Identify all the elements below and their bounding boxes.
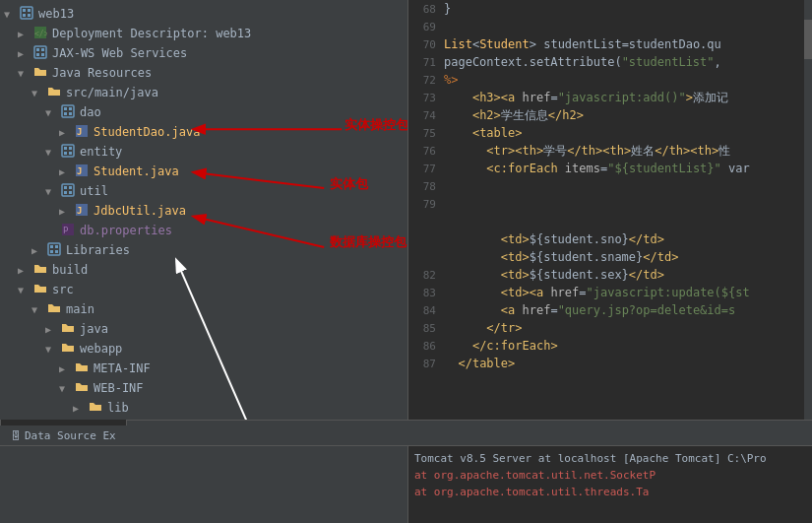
tab-label-datasource: Data Source Ex bbox=[25, 429, 116, 442]
svg-rect-3 bbox=[23, 14, 26, 17]
code-line-14: <td>${student.sname}</td> bbox=[408, 248, 812, 266]
tree-item-icon-module bbox=[59, 183, 77, 200]
tree-item-deployment[interactable]: ▶</>Deployment Descriptor: web13 bbox=[0, 24, 407, 43]
vertical-scrollbar[interactable] bbox=[804, 0, 812, 420]
tree-item-build[interactable]: ▶build bbox=[0, 260, 407, 280]
line-number: 68 bbox=[412, 3, 444, 16]
line-number: 76 bbox=[412, 145, 444, 158]
svg-rect-0 bbox=[21, 7, 32, 19]
tree-item-entity[interactable]: ▼entity bbox=[0, 142, 407, 162]
code-line-83: 83 <td><a href="javascript:update(${st bbox=[408, 284, 812, 301]
tree-item-label: dao bbox=[80, 105, 101, 119]
tree-arrow: ▶ bbox=[31, 245, 45, 256]
tree-item-webapp[interactable]: ▼webapp bbox=[0, 339, 407, 359]
tree-item-main[interactable]: ▼main bbox=[0, 299, 407, 319]
bottom-left-empty bbox=[0, 446, 408, 523]
line-content: <h3><a href="javascript:add()">添加记 bbox=[444, 90, 728, 106]
tree-item-lib[interactable]: ▶lib bbox=[0, 398, 407, 418]
tree-item-icon-module bbox=[59, 144, 77, 161]
tree-item-src[interactable]: ▼src bbox=[0, 280, 407, 299]
tree-arrow: ▶ bbox=[59, 166, 73, 177]
line-number: 70 bbox=[412, 38, 444, 51]
code-lines: 68}6970List<Student> studentList=student… bbox=[408, 0, 812, 372]
svg-rect-38 bbox=[50, 250, 53, 253]
tree-arrow: ▶ bbox=[18, 29, 31, 39]
code-line-86: 86 </c:forEach> bbox=[408, 337, 812, 355]
tree-item-java2[interactable]: ▶java bbox=[0, 319, 407, 339]
line-number: 85 bbox=[412, 322, 444, 335]
tree-item-metainf[interactable]: ▶META-INF bbox=[0, 359, 407, 378]
svg-rect-8 bbox=[36, 48, 39, 51]
line-content: } bbox=[444, 2, 451, 16]
tree-item-jaxws[interactable]: ▶JAX-WS Web Services bbox=[0, 43, 407, 63]
tree-item-label: main bbox=[66, 302, 94, 316]
line-number: 84 bbox=[412, 304, 444, 317]
svg-text:J: J bbox=[77, 206, 82, 216]
svg-rect-29 bbox=[64, 191, 67, 194]
tree-arrow: ▶ bbox=[59, 127, 73, 138]
tree-item-1jsp[interactable]: </>1.jsp bbox=[0, 418, 407, 420]
tree-item-icon-folder bbox=[59, 321, 77, 337]
tree-item-label: src/main/java bbox=[66, 86, 158, 99]
annotation-entity-control: 实体操控包 bbox=[344, 116, 407, 134]
line-content: pageContext.setAttribute("studentList", bbox=[444, 55, 721, 69]
svg-rect-26 bbox=[62, 184, 74, 196]
svg-rect-30 bbox=[69, 191, 72, 194]
tree-item-icon-module bbox=[45, 242, 63, 259]
tab-datasource[interactable]: 🗄Data Source Ex bbox=[0, 425, 127, 446]
line-number: 72 bbox=[412, 74, 444, 87]
line-content: <table> bbox=[444, 126, 522, 140]
code-line-78: 78 bbox=[408, 177, 812, 195]
svg-rect-2 bbox=[28, 9, 31, 12]
tree-item-label: Java Resources bbox=[52, 66, 152, 80]
tree-item-icon-module bbox=[18, 6, 35, 23]
tree-arrow: ▼ bbox=[4, 9, 18, 20]
tree-item-label: Deployment Descriptor: web13 bbox=[52, 27, 251, 40]
svg-rect-37 bbox=[55, 245, 58, 248]
line-content: <c:forEach items="${studentList}" var bbox=[444, 162, 750, 175]
tree-item-icon-module bbox=[59, 104, 77, 121]
line-content: <td>${student.sex}</td> bbox=[444, 268, 664, 282]
tree-item-jdbcutil[interactable]: ▶JJdbcUtil.java bbox=[0, 201, 407, 221]
line-number: 86 bbox=[412, 340, 444, 353]
line-content: </tr> bbox=[444, 321, 522, 335]
line-content: <h2>学生信息</h2> bbox=[444, 107, 584, 124]
code-line-72: 72%> bbox=[408, 71, 812, 89]
svg-rect-20 bbox=[64, 147, 67, 150]
svg-rect-16 bbox=[69, 112, 72, 115]
svg-rect-36 bbox=[50, 245, 53, 248]
tree-arrow: ▼ bbox=[31, 88, 45, 98]
line-content: <td><a href="javascript:update(${st bbox=[444, 286, 750, 299]
tree-item-label: webapp bbox=[80, 342, 122, 356]
tree-item-web13[interactable]: ▼web13 bbox=[0, 4, 407, 24]
code-line-70: 70List<Student> studentList=studentDao.q… bbox=[408, 35, 812, 53]
tree-item-label: entity bbox=[80, 145, 122, 159]
line-number: 78 bbox=[412, 180, 444, 193]
line-number: 83 bbox=[412, 287, 444, 299]
file-tree[interactable]: ▼web13▶</>Deployment Descriptor: web13▶J… bbox=[0, 0, 407, 420]
code-line-82: 82 <td>${student.sex}</td> bbox=[408, 266, 812, 284]
line-content: </c:forEach> bbox=[444, 339, 558, 353]
tree-item-label: JAX-WS Web Services bbox=[52, 46, 187, 60]
tree-item-java-resources[interactable]: ▼Java Resources bbox=[0, 63, 407, 83]
svg-rect-21 bbox=[69, 147, 72, 150]
annotation-db-control: 数据库操控包 bbox=[330, 233, 406, 251]
project-tree: ▼web13▶</>Deployment Descriptor: web13▶J… bbox=[0, 0, 408, 420]
line-content: <a href="query.jsp?op=delete&id=s bbox=[444, 303, 735, 317]
scroll-thumb[interactable] bbox=[804, 20, 812, 59]
code-scroll-area[interactable]: 68}6970List<Student> studentList=student… bbox=[408, 0, 812, 420]
svg-rect-27 bbox=[64, 186, 67, 189]
tree-item-icon-java: J bbox=[73, 203, 91, 220]
line-content: <td>${student.sno}</td> bbox=[444, 232, 664, 246]
svg-rect-4 bbox=[28, 14, 31, 17]
tree-arrow: ▼ bbox=[45, 107, 59, 118]
tree-item-src-main-java[interactable]: ▼src/main/java bbox=[0, 83, 407, 102]
tree-item-webinf[interactable]: ▼WEB-INF bbox=[0, 378, 407, 398]
tree-item-icon-folder bbox=[87, 400, 104, 416]
svg-text:P: P bbox=[63, 226, 69, 235]
line-number: 73 bbox=[412, 92, 444, 104]
line-number: 69 bbox=[412, 21, 444, 33]
svg-text:J: J bbox=[77, 127, 82, 137]
tree-item-label: web13 bbox=[38, 7, 74, 21]
line-content: List<Student> studentList=studentDao.qu bbox=[444, 37, 721, 51]
